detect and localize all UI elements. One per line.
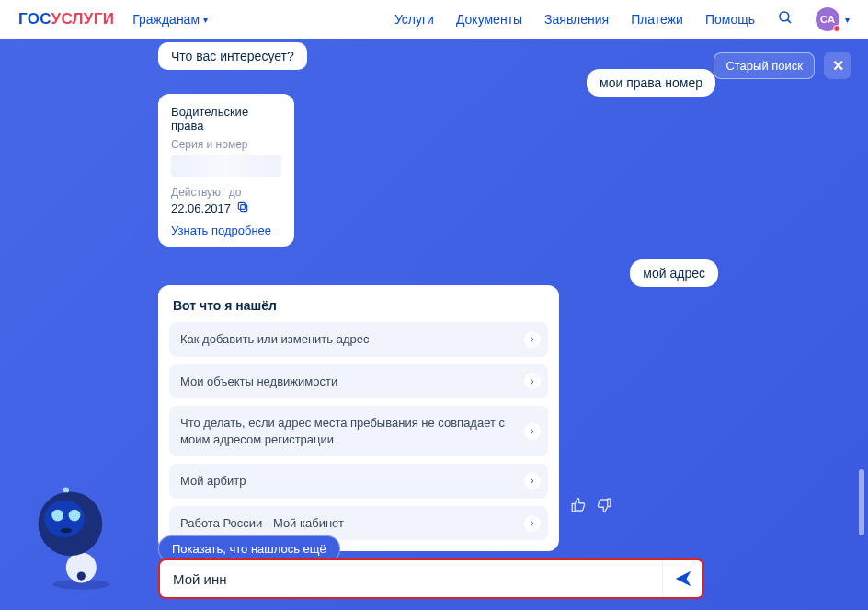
result-item[interactable]: Мои объекты недвижимости › — [169, 364, 548, 399]
result-label: Что делать, если адрес места пребывания … — [180, 416, 505, 446]
learn-more-link[interactable]: Узнать подробнее — [171, 224, 281, 237]
license-number-blurred — [171, 155, 281, 177]
chat-area: Что вас интересует? мои права номер Води… — [0, 39, 868, 610]
chevron-right-icon: › — [524, 515, 541, 532]
robot-mascot-icon — [24, 481, 125, 592]
svg-point-0 — [780, 12, 789, 21]
nav-payments[interactable]: Платежи — [631, 12, 683, 27]
svg-point-9 — [51, 510, 63, 522]
send-button[interactable] — [662, 560, 702, 597]
result-label: Мой арбитр — [180, 474, 246, 488]
result-item[interactable]: Мой арбитр › — [169, 464, 548, 499]
svg-point-12 — [63, 487, 69, 492]
result-label: Мои объекты недвижимости — [180, 374, 337, 388]
svg-rect-3 — [238, 202, 245, 209]
license-card: Водительские права Серия и номер Действу… — [158, 94, 294, 247]
old-search-button[interactable]: Старый поиск — [714, 52, 815, 79]
bot-prompt: Что вас интересует? — [158, 42, 307, 70]
header: ГОСУСЛУГИ Гражданам ▾ Услуги Документы З… — [0, 0, 868, 39]
nav-services[interactable]: Услуги — [394, 12, 434, 27]
result-label: Как добавить или изменить адрес — [180, 332, 369, 346]
user-message: мой адрес — [630, 259, 718, 287]
license-valid-value: 22.06.2017 — [171, 201, 281, 216]
copy-icon[interactable] — [236, 201, 249, 216]
search-icon[interactable] — [777, 9, 794, 29]
user-message: мои права номер — [587, 69, 715, 97]
scrollbar[interactable] — [859, 469, 864, 535]
logo[interactable]: ГОСУСЛУГИ — [18, 10, 114, 29]
svg-point-11 — [60, 528, 72, 534]
logo-part1: ГОС — [18, 10, 51, 28]
license-valid-label: Действуют до — [171, 186, 281, 199]
thumbs-up-icon[interactable] — [570, 497, 587, 517]
avatar-initials: CA — [820, 14, 835, 25]
close-icon: ✕ — [832, 57, 844, 75]
nav-help[interactable]: Помощь — [705, 12, 755, 27]
feedback-controls — [570, 497, 612, 517]
chevron-right-icon: › — [524, 373, 541, 389]
main-nav: Услуги Документы Заявления Платежи Помощ… — [394, 7, 850, 31]
result-item[interactable]: Что делать, если адрес места пребывания … — [169, 406, 548, 456]
results-card: Вот что я нашёл Как добавить или изменит… — [158, 285, 559, 551]
logo-part2: УСЛУГИ — [51, 10, 115, 28]
svg-rect-2 — [241, 205, 247, 212]
svg-point-6 — [77, 572, 86, 581]
result-item[interactable]: Как добавить или изменить адрес › — [169, 322, 548, 357]
close-button[interactable]: ✕ — [824, 52, 851, 79]
nav-documents[interactable]: Документы — [456, 12, 522, 27]
chevron-right-icon: › — [524, 423, 541, 440]
thumbs-down-icon[interactable] — [596, 497, 612, 517]
top-right-controls: Старый поиск ✕ — [714, 52, 851, 79]
license-valid-date: 22.06.2017 — [171, 201, 231, 215]
nav-applications[interactable]: Заявления — [544, 12, 609, 27]
chevron-right-icon: › — [524, 473, 541, 489]
user-menu[interactable]: CA ▾ — [816, 7, 850, 31]
license-title: Водительские права — [171, 105, 281, 132]
audience-dropdown[interactable]: Гражданам ▾ — [132, 12, 208, 27]
audience-label: Гражданам — [132, 12, 200, 27]
chevron-down-icon: ▾ — [845, 15, 850, 25]
notification-dot-icon — [833, 25, 840, 32]
chat-input[interactable] — [160, 571, 662, 587]
license-series-label: Серия и номер — [171, 138, 281, 151]
svg-point-10 — [69, 510, 81, 522]
chevron-down-icon: ▾ — [203, 15, 208, 25]
result-label: Работа России - Мой кабинет — [180, 516, 344, 530]
chat-input-bar — [158, 558, 704, 599]
avatar: CA — [816, 7, 839, 31]
svg-line-1 — [787, 19, 791, 23]
chevron-right-icon: › — [524, 331, 541, 348]
results-heading: Вот что я нашёл — [169, 296, 548, 322]
send-icon — [673, 569, 693, 589]
